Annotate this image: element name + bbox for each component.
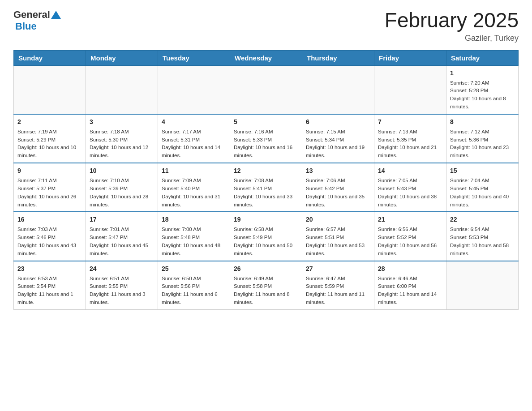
day-info: Sunrise: 7:16 AMSunset: 5:33 PMDaylight:…	[234, 128, 298, 160]
calendar-cell: 2Sunrise: 7:19 AMSunset: 5:29 PMDaylight…	[14, 114, 86, 163]
calendar-cell: 12Sunrise: 7:08 AMSunset: 5:41 PMDayligh…	[230, 163, 302, 212]
calendar-cell	[230, 65, 302, 114]
calendar-cell: 21Sunrise: 6:56 AMSunset: 5:52 PMDayligh…	[374, 212, 446, 261]
calendar-cell: 15Sunrise: 7:04 AMSunset: 5:45 PMDayligh…	[446, 163, 519, 212]
day-number: 17	[90, 215, 154, 224]
header-tuesday: Tuesday	[158, 50, 230, 65]
day-info: Sunrise: 7:04 AMSunset: 5:45 PMDaylight:…	[450, 177, 515, 209]
day-info: Sunrise: 6:56 AMSunset: 5:52 PMDaylight:…	[378, 226, 442, 257]
calendar-week-row: 23Sunrise: 6:53 AMSunset: 5:54 PMDayligh…	[14, 261, 519, 310]
day-info: Sunrise: 6:47 AMSunset: 5:59 PMDaylight:…	[306, 275, 370, 307]
header-friday: Friday	[374, 50, 446, 65]
day-info: Sunrise: 6:51 AMSunset: 5:55 PMDaylight:…	[90, 275, 154, 307]
calendar-week-row: 2Sunrise: 7:19 AMSunset: 5:29 PMDaylight…	[14, 114, 519, 163]
day-info: Sunrise: 7:19 AMSunset: 5:29 PMDaylight:…	[17, 128, 82, 160]
logo: General Blue	[13, 9, 61, 32]
calendar-cell: 20Sunrise: 6:57 AMSunset: 5:51 PMDayligh…	[302, 212, 374, 261]
day-number: 22	[450, 215, 515, 224]
day-number: 5	[234, 117, 298, 127]
day-info: Sunrise: 7:08 AMSunset: 5:41 PMDaylight:…	[234, 177, 298, 209]
day-info: Sunrise: 7:06 AMSunset: 5:42 PMDaylight:…	[306, 177, 370, 209]
calendar-cell: 14Sunrise: 7:05 AMSunset: 5:43 PMDayligh…	[374, 163, 446, 212]
calendar-cell: 5Sunrise: 7:16 AMSunset: 5:33 PMDaylight…	[230, 114, 302, 163]
day-number: 20	[306, 215, 370, 224]
day-number: 10	[90, 166, 154, 176]
day-number: 11	[162, 166, 226, 176]
day-info: Sunrise: 6:54 AMSunset: 5:53 PMDaylight:…	[450, 226, 515, 257]
svg-marker-0	[51, 11, 61, 19]
calendar-cell	[158, 65, 230, 114]
calendar-cell	[302, 65, 374, 114]
calendar-cell	[86, 65, 158, 114]
calendar-cell: 28Sunrise: 6:46 AMSunset: 6:00 PMDayligh…	[374, 261, 446, 310]
day-number: 23	[17, 264, 82, 274]
calendar-week-row: 9Sunrise: 7:11 AMSunset: 5:37 PMDaylight…	[14, 163, 519, 212]
day-number: 27	[306, 264, 370, 274]
header-wednesday: Wednesday	[230, 50, 302, 65]
calendar-cell: 25Sunrise: 6:50 AMSunset: 5:56 PMDayligh…	[158, 261, 230, 310]
calendar-cell: 8Sunrise: 7:12 AMSunset: 5:36 PMDaylight…	[446, 114, 519, 163]
day-info: Sunrise: 6:46 AMSunset: 6:00 PMDaylight:…	[378, 275, 442, 307]
day-info: Sunrise: 6:57 AMSunset: 5:51 PMDaylight:…	[306, 226, 370, 257]
logo-triangle-icon	[51, 11, 61, 19]
day-info: Sunrise: 7:00 AMSunset: 5:48 PMDaylight:…	[162, 226, 226, 257]
calendar-cell: 19Sunrise: 6:58 AMSunset: 5:49 PMDayligh…	[230, 212, 302, 261]
title-block: February 2025 Gaziler, Turkey	[385, 9, 519, 43]
day-info: Sunrise: 7:15 AMSunset: 5:34 PMDaylight:…	[306, 128, 370, 160]
calendar-table: Sunday Monday Tuesday Wednesday Thursday…	[13, 50, 519, 310]
calendar-cell: 4Sunrise: 7:17 AMSunset: 5:31 PMDaylight…	[158, 114, 230, 163]
calendar-cell: 22Sunrise: 6:54 AMSunset: 5:53 PMDayligh…	[446, 212, 519, 261]
calendar-cell: 1Sunrise: 7:20 AMSunset: 5:28 PMDaylight…	[446, 65, 519, 114]
day-info: Sunrise: 7:11 AMSunset: 5:37 PMDaylight:…	[17, 177, 82, 209]
day-number: 26	[234, 264, 298, 274]
day-number: 24	[90, 264, 154, 274]
calendar-cell: 17Sunrise: 7:01 AMSunset: 5:47 PMDayligh…	[86, 212, 158, 261]
day-number: 1	[450, 68, 515, 78]
day-number: 8	[450, 117, 515, 127]
page-header: General Blue February 2025 Gaziler, Turk…	[13, 9, 519, 43]
day-number: 14	[378, 166, 442, 176]
calendar-cell: 18Sunrise: 7:00 AMSunset: 5:48 PMDayligh…	[158, 212, 230, 261]
day-info: Sunrise: 7:10 AMSunset: 5:39 PMDaylight:…	[90, 177, 154, 209]
day-number: 12	[234, 166, 298, 176]
day-info: Sunrise: 7:18 AMSunset: 5:30 PMDaylight:…	[90, 128, 154, 160]
header-monday: Monday	[86, 50, 158, 65]
calendar-cell: 23Sunrise: 6:53 AMSunset: 5:54 PMDayligh…	[14, 261, 86, 310]
day-info: Sunrise: 6:58 AMSunset: 5:49 PMDaylight:…	[234, 226, 298, 257]
day-number: 21	[378, 215, 442, 224]
day-number: 25	[162, 264, 226, 274]
header-sunday: Sunday	[14, 50, 86, 65]
calendar-cell: 27Sunrise: 6:47 AMSunset: 5:59 PMDayligh…	[302, 261, 374, 310]
day-info: Sunrise: 7:13 AMSunset: 5:35 PMDaylight:…	[378, 128, 442, 160]
calendar-cell: 3Sunrise: 7:18 AMSunset: 5:30 PMDaylight…	[86, 114, 158, 163]
day-number: 13	[306, 166, 370, 176]
calendar-cell	[374, 65, 446, 114]
day-number: 2	[17, 117, 82, 127]
weekday-header-row: Sunday Monday Tuesday Wednesday Thursday…	[14, 50, 519, 65]
day-number: 16	[17, 215, 82, 224]
day-info: Sunrise: 7:20 AMSunset: 5:28 PMDaylight:…	[450, 79, 515, 111]
day-number: 7	[378, 117, 442, 127]
day-number: 3	[90, 117, 154, 127]
day-number: 6	[306, 117, 370, 127]
calendar-cell: 9Sunrise: 7:11 AMSunset: 5:37 PMDaylight…	[14, 163, 86, 212]
day-info: Sunrise: 6:53 AMSunset: 5:54 PMDaylight:…	[17, 275, 82, 307]
header-saturday: Saturday	[446, 50, 519, 65]
calendar-cell: 6Sunrise: 7:15 AMSunset: 5:34 PMDaylight…	[302, 114, 374, 163]
day-info: Sunrise: 6:49 AMSunset: 5:58 PMDaylight:…	[234, 275, 298, 307]
day-info: Sunrise: 7:09 AMSunset: 5:40 PMDaylight:…	[162, 177, 226, 209]
day-info: Sunrise: 7:05 AMSunset: 5:43 PMDaylight:…	[378, 177, 442, 209]
day-info: Sunrise: 7:01 AMSunset: 5:47 PMDaylight:…	[90, 226, 154, 257]
calendar-week-row: 16Sunrise: 7:03 AMSunset: 5:46 PMDayligh…	[14, 212, 519, 261]
day-info: Sunrise: 6:50 AMSunset: 5:56 PMDaylight:…	[162, 275, 226, 307]
day-number: 18	[162, 215, 226, 224]
day-info: Sunrise: 7:17 AMSunset: 5:31 PMDaylight:…	[162, 128, 226, 160]
header-thursday: Thursday	[302, 50, 374, 65]
calendar-cell	[14, 65, 86, 114]
calendar-cell: 10Sunrise: 7:10 AMSunset: 5:39 PMDayligh…	[86, 163, 158, 212]
logo-blue-text: Blue	[15, 21, 37, 32]
calendar-cell: 7Sunrise: 7:13 AMSunset: 5:35 PMDaylight…	[374, 114, 446, 163]
day-number: 4	[162, 117, 226, 127]
calendar-week-row: 1Sunrise: 7:20 AMSunset: 5:28 PMDaylight…	[14, 65, 519, 114]
day-number: 9	[17, 166, 82, 176]
